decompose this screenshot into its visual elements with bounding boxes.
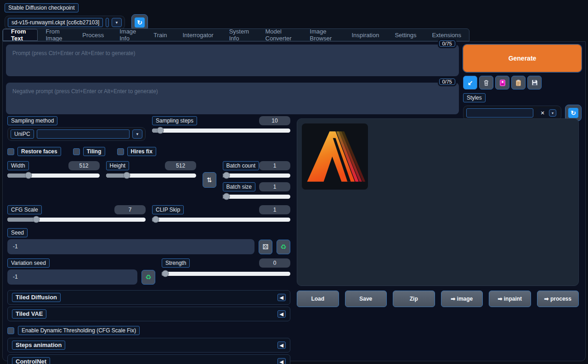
dice-icon: ⚄ bbox=[262, 243, 268, 251]
collapse-arrow-icon[interactable]: ◀ bbox=[277, 310, 286, 318]
clipboard-icon bbox=[515, 79, 521, 86]
width-value[interactable]: 512 bbox=[68, 161, 100, 170]
slider-thumb[interactable] bbox=[223, 193, 230, 200]
tab-from-text[interactable]: From Text bbox=[3, 29, 38, 41]
collapse-arrow-icon[interactable]: ◀ bbox=[277, 342, 286, 349]
negative-prompt-input[interactable] bbox=[6, 83, 459, 114]
variation-strength-value[interactable]: 0 bbox=[259, 258, 290, 268]
hires-fix-option[interactable]: Hires fix bbox=[117, 147, 156, 156]
tab-image-browser[interactable]: Image Browser bbox=[302, 29, 344, 41]
tiling-option[interactable]: Tiling bbox=[73, 147, 105, 156]
tab-from-image[interactable]: From Image bbox=[38, 29, 74, 41]
paste-params-button[interactable]: ↙ bbox=[463, 76, 477, 90]
styles-clear-icon[interactable]: ✕ bbox=[538, 109, 547, 117]
cfg-scale-slider[interactable] bbox=[7, 216, 146, 223]
tab-extensions[interactable]: Extensions bbox=[424, 29, 469, 41]
dynamic-thresholding-label: Enable Dynamic Thresholding (CFG Scale F… bbox=[18, 326, 140, 335]
height-value[interactable]: 512 bbox=[165, 161, 196, 170]
recycle-icon: ♻ bbox=[145, 273, 151, 281]
hires-fix-checkbox[interactable] bbox=[117, 148, 124, 155]
negative-prompt-token-counter: 0/75 bbox=[439, 78, 455, 85]
tab-interrogator[interactable]: Interrogator bbox=[175, 29, 221, 41]
output-gallery[interactable] bbox=[297, 118, 579, 286]
generate-button[interactable]: Generate bbox=[463, 45, 582, 72]
load-button[interactable]: Load bbox=[297, 291, 339, 307]
variation-seed-input[interactable]: -1 bbox=[7, 269, 137, 285]
styles-label: Styles bbox=[463, 93, 486, 102]
slider-thumb[interactable] bbox=[162, 270, 169, 277]
swap-icon: ⇅ bbox=[207, 176, 212, 184]
collapse-arrow-icon[interactable]: ◀ bbox=[277, 294, 286, 301]
tab-image-info[interactable]: Image Info bbox=[112, 29, 146, 41]
collapse-arrow-icon[interactable]: ◀ bbox=[277, 358, 286, 364]
clear-prompt-button[interactable] bbox=[479, 76, 493, 90]
height-slider[interactable] bbox=[106, 172, 197, 179]
tab-inspiration[interactable]: Inspiration bbox=[344, 29, 387, 41]
batch-count-value[interactable]: 1 bbox=[259, 161, 290, 170]
slider-thumb[interactable] bbox=[33, 216, 40, 223]
random-seed-button[interactable]: ⚄ bbox=[259, 240, 272, 254]
steps-animation-accordion[interactable]: Steps animation ◀ bbox=[7, 338, 290, 353]
trash-icon bbox=[483, 79, 490, 86]
tab-process[interactable]: Process bbox=[74, 29, 112, 41]
tab-train[interactable]: Train bbox=[146, 29, 175, 41]
styles-filter-input[interactable] bbox=[466, 108, 533, 118]
chevron-down-icon[interactable]: ▼ bbox=[112, 18, 122, 27]
slider-thumb[interactable] bbox=[25, 172, 32, 179]
slider-thumb[interactable] bbox=[223, 172, 230, 179]
slider-thumb[interactable] bbox=[123, 172, 130, 179]
tiled-vae-accordion[interactable]: Tiled VAE ◀ bbox=[7, 307, 290, 321]
apply-style-button[interactable] bbox=[511, 76, 526, 90]
clip-skip-slider[interactable] bbox=[152, 216, 290, 223]
dynamic-thresholding-option[interactable]: Enable Dynamic Thresholding (CFG Scale F… bbox=[7, 326, 290, 335]
batch-count-slider[interactable] bbox=[223, 172, 290, 179]
tab-model-converter[interactable]: Model Converter bbox=[258, 29, 302, 41]
send-to-image-button[interactable]: ➡ image bbox=[441, 291, 483, 307]
tiling-checkbox[interactable] bbox=[73, 148, 80, 155]
batch-size-slider[interactable] bbox=[223, 193, 290, 200]
tiled-vae-label: Tiled VAE bbox=[12, 309, 46, 319]
restore-faces-option[interactable]: Restore faces bbox=[7, 147, 61, 156]
width-slider[interactable] bbox=[7, 172, 100, 179]
sampling-method-filter-input[interactable] bbox=[37, 129, 130, 139]
chevron-down-icon[interactable]: ▼ bbox=[132, 129, 142, 139]
tiling-label: Tiling bbox=[83, 147, 105, 156]
zip-button[interactable]: Zip bbox=[393, 291, 435, 307]
height-label: Height bbox=[106, 161, 130, 170]
refresh-icon: ↻ bbox=[135, 17, 145, 28]
clip-skip-value[interactable]: 1 bbox=[259, 205, 290, 214]
chevron-down-icon[interactable]: ▼ bbox=[549, 109, 556, 117]
cfg-scale-value[interactable]: 7 bbox=[114, 205, 146, 214]
sampling-steps-slider[interactable] bbox=[152, 127, 290, 134]
controlnet-accordion[interactable]: ControlNet ◀ bbox=[7, 354, 290, 364]
prompt-input[interactable] bbox=[6, 45, 459, 76]
restore-faces-checkbox[interactable] bbox=[7, 148, 14, 155]
prompt-token-counter: 0/75 bbox=[439, 40, 455, 47]
sampling-steps-label: Sampling steps bbox=[152, 116, 197, 125]
sampling-method-dropdown[interactable]: UniPC ▼ bbox=[7, 127, 146, 141]
checkpoint-dropdown[interactable]: sd-v15-runwayml.ckpt [cc6cb27103] ▼ bbox=[5, 16, 125, 29]
slider-thumb[interactable] bbox=[153, 216, 159, 223]
reuse-variation-seed-button[interactable]: ♻ bbox=[141, 270, 155, 285]
save-style-button[interactable] bbox=[527, 76, 542, 90]
tab-system-info[interactable]: System Info bbox=[221, 29, 258, 41]
send-to-process-button[interactable]: ➡ process bbox=[537, 291, 579, 307]
sampling-method-value[interactable]: UniPC bbox=[11, 129, 34, 139]
sampling-steps-value[interactable]: 10 bbox=[259, 116, 290, 125]
tiled-diffusion-accordion[interactable]: Tiled Diffusion ◀ bbox=[7, 290, 290, 305]
checkpoint-filter-input[interactable] bbox=[106, 18, 109, 27]
send-to-inpaint-button[interactable]: ➡ inpaint bbox=[489, 291, 531, 307]
tab-settings[interactable]: Settings bbox=[387, 29, 424, 41]
variation-strength-slider[interactable] bbox=[162, 270, 290, 277]
batch-size-value[interactable]: 1 bbox=[259, 182, 290, 191]
dynamic-thresholding-checkbox[interactable] bbox=[7, 327, 14, 334]
seed-input[interactable]: -1 bbox=[7, 239, 254, 254]
seed-label: Seed bbox=[7, 228, 28, 237]
checkpoint-value[interactable]: sd-v15-runwayml.ckpt [cc6cb27103] bbox=[8, 18, 103, 27]
slider-thumb[interactable] bbox=[157, 127, 164, 134]
swap-dimensions-button[interactable]: ⇅ bbox=[203, 172, 216, 188]
variation-seed-label: Variation seed bbox=[7, 258, 50, 268]
extra-networks-button[interactable] bbox=[495, 76, 509, 90]
reuse-seed-button[interactable]: ♻ bbox=[277, 240, 290, 254]
save-button[interactable]: Save bbox=[345, 291, 387, 307]
